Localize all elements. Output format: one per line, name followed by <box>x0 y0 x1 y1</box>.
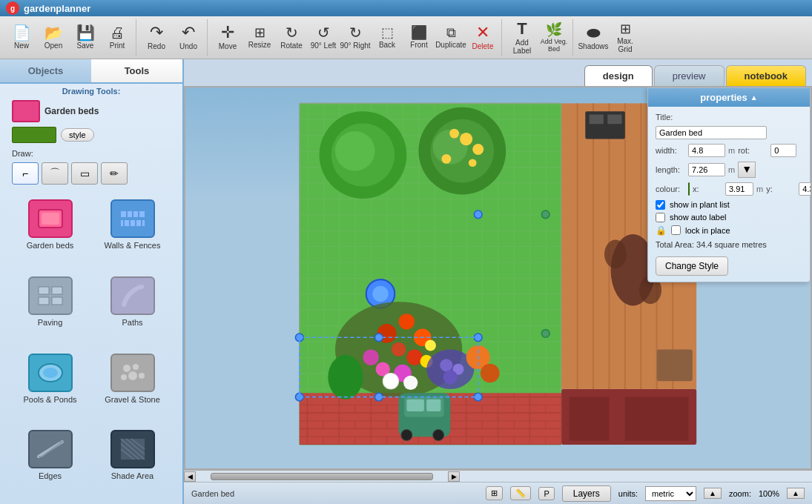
save-icon: 💾 <box>76 25 95 40</box>
sidebar-item-garden-beds[interactable]: Garden beds <box>12 196 88 268</box>
show-auto-label-checkbox[interactable] <box>656 213 665 222</box>
grid-btn[interactable]: ⊞ <box>486 486 503 500</box>
walls-fences-item-label: Walls & Fences <box>104 241 160 250</box>
svg-rect-82 <box>590 114 604 124</box>
gravel-stone-icon-box <box>110 354 155 392</box>
delete-button[interactable]: ✕ Delete <box>467 21 498 55</box>
scroll-left-arrow[interactable]: ◀ <box>184 471 196 482</box>
sidebar-item-edges[interactable]: Edges <box>12 427 88 498</box>
layers-button[interactable]: Layers <box>562 485 611 502</box>
units-up-btn[interactable]: ▲ <box>704 488 722 499</box>
rotate-icon: ↻ <box>285 25 298 40</box>
svg-point-76 <box>440 359 452 371</box>
print-button[interactable]: 🖨 Print <box>102 21 133 55</box>
add-label-icon: T <box>517 21 527 37</box>
redo-button[interactable]: ↷ Redo <box>141 21 172 55</box>
redo-icon: ↷ <box>150 24 163 41</box>
change-style-button[interactable]: Change Style <box>656 256 728 276</box>
sidebar-item-pools-ponds[interactable]: Pools & Ponds <box>12 351 88 422</box>
drawing-tools-label: Drawing Tools: <box>0 84 182 97</box>
sidebar-item-paving[interactable]: Paving <box>12 273 88 345</box>
lock-icon: 🔒 <box>656 225 667 236</box>
width-input[interactable] <box>688 144 725 157</box>
content-tabs: design preview notebook <box>184 59 812 86</box>
svg-rect-3 <box>121 220 145 226</box>
ruler-btn[interactable]: 📏 <box>510 486 531 500</box>
scroll-right-arrow[interactable]: ▶ <box>448 471 460 482</box>
title-label: Title: <box>656 113 685 122</box>
back-button[interactable]: ⬚ Back <box>372 21 403 55</box>
x-input[interactable] <box>725 182 753 196</box>
gravel-stone-item-label: Gravel & Stone <box>105 395 160 404</box>
tab-objects[interactable]: Objects <box>0 59 91 82</box>
tab-notebook[interactable]: notebook <box>726 65 807 86</box>
tab-design[interactable]: design <box>584 65 653 86</box>
save-button[interactable]: 💾 Save <box>70 21 101 55</box>
tab-preview[interactable]: preview <box>654 65 724 86</box>
rot-input[interactable] <box>770 144 796 157</box>
units-select[interactable]: metric imperial <box>645 486 696 501</box>
sidebar-item-gravel-stone[interactable]: Gravel & Stone <box>94 351 171 422</box>
svg-point-63 <box>399 314 415 329</box>
properties-header: properties ▲ <box>648 88 810 107</box>
svg-rect-14 <box>52 297 62 305</box>
svg-point-20 <box>128 371 137 380</box>
p-btn[interactable]: P <box>538 487 554 500</box>
draw-tool-curve[interactable]: ⌒ <box>42 162 68 185</box>
open-button[interactable]: 📂 Open <box>38 21 69 55</box>
paths-icon-box <box>110 276 155 315</box>
lock-in-place-checkbox[interactable] <box>671 225 681 235</box>
titlebar: g gardenplanner <box>0 0 812 16</box>
ruler-icon: 📏 <box>515 488 526 498</box>
sidebar-item-paths[interactable]: Paths <box>94 273 171 345</box>
undo-button[interactable]: ↶ Undo <box>173 21 204 55</box>
tab-tools[interactable]: Tools <box>91 59 182 82</box>
length-input[interactable] <box>688 163 725 176</box>
delete-icon: ✕ <box>476 24 489 41</box>
y-input[interactable] <box>799 182 812 196</box>
move-button[interactable]: ✛ Move <box>212 21 243 55</box>
draw-tool-rect[interactable]: ▭ <box>71 162 98 185</box>
pools-ponds-item-label: Pools & Ponds <box>23 395 76 404</box>
sidebar-item-shade-area[interactable]: Shade Area <box>94 427 171 498</box>
h-scrollbar[interactable]: ◀ ▶ <box>184 470 812 482</box>
paths-item-label: Paths <box>122 318 142 327</box>
rotate-button[interactable]: ↻ Rotate <box>276 21 307 55</box>
rotate-left-button[interactable]: ↺ 90° Left <box>308 21 339 55</box>
add-veg-bed-button[interactable]: 🌿 Add Veg. Bed <box>538 21 570 55</box>
show-plant-list-row: show in plant list <box>656 200 802 210</box>
resize-button[interactable]: ⊞ Resize <box>244 21 275 55</box>
draw-tool-corner[interactable]: ⌐ <box>12 162 39 185</box>
style-button[interactable]: style <box>61 128 94 142</box>
svg-point-73 <box>403 376 417 390</box>
length-arrow[interactable]: ▼ <box>738 162 756 178</box>
p-icon: P <box>544 489 549 498</box>
max-grid-button[interactable]: ⊞ Max. Grid <box>610 21 641 55</box>
add-veg-bed-icon: 🌿 <box>546 23 562 36</box>
svg-point-101 <box>474 210 482 219</box>
colour-swatch[interactable] <box>688 182 690 196</box>
svg-point-55 <box>472 144 483 155</box>
canvas-area[interactable]: properties ▲ Title: width: m rot: <box>184 86 812 470</box>
width-row: width: m rot: <box>656 144 802 157</box>
grid-icon: ⊞ <box>491 488 498 498</box>
expand-icon[interactable]: ▲ <box>750 93 758 102</box>
rotate-right-button[interactable]: ↻ 90° Right <box>340 21 371 55</box>
front-button[interactable]: ⬛ Front <box>403 21 435 55</box>
main-area: Objects Tools Drawing Tools: Garden beds… <box>0 59 812 504</box>
duplicate-button[interactable]: ⧉ Duplicate <box>435 21 466 55</box>
style-row: style <box>0 125 182 147</box>
show-plant-list-checkbox[interactable] <box>656 200 665 210</box>
draw-tool-freehand[interactable]: ✏ <box>101 162 128 185</box>
svg-point-57 <box>469 159 477 167</box>
h-scroll-thumb[interactable] <box>211 473 433 480</box>
zoom-up-btn[interactable]: ▲ <box>787 488 805 499</box>
sidebar-item-walls-fences[interactable]: Walls & Fences <box>94 196 171 268</box>
svg-point-102 <box>541 210 549 219</box>
title-input[interactable] <box>656 126 767 139</box>
new-button[interactable]: 📄 New <box>6 21 37 55</box>
shadows-button[interactable]: ⬬ Shadows <box>578 21 609 55</box>
units-label: units: <box>618 489 638 498</box>
svg-point-18 <box>133 364 139 370</box>
add-label-button[interactable]: T Add Label <box>506 21 538 55</box>
